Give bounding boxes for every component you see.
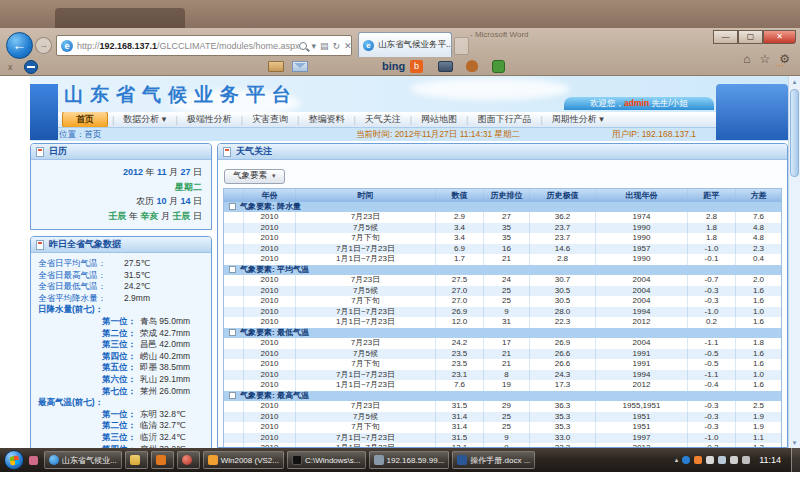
table-row[interactable]: 20101月1日~7月23日12.03122.320120.21.6 xyxy=(224,317,781,328)
cards-icon[interactable] xyxy=(268,61,284,72)
search-caret-icon[interactable]: ▾ xyxy=(311,41,316,51)
disp-tray-icon[interactable] xyxy=(718,456,726,464)
forward-button[interactable]: → xyxy=(35,37,52,54)
table-cell: 2010 xyxy=(244,433,296,444)
taskbar-button[interactable]: C:\Windows\s... xyxy=(287,451,366,469)
group-label: 气象要素: 最高气温 xyxy=(240,391,309,402)
bing-badge-icon[interactable]: b xyxy=(410,60,423,73)
minimize-button[interactable]: — xyxy=(713,30,738,44)
taskbar-button[interactable]: Win2008 (VS2... xyxy=(203,451,284,469)
back-button[interactable]: ← xyxy=(6,32,33,59)
taskbar-button[interactable]: 操作手册.docx ... xyxy=(452,451,535,469)
nav-item[interactable]: 极端性分析 xyxy=(178,113,241,126)
table-cell: 2010 xyxy=(244,296,296,307)
tray-expand-icon[interactable]: ▴ xyxy=(675,456,679,464)
calendar-text: 14 xyxy=(180,196,190,206)
table-group-row[interactable]: 气象要素: 最低气温 xyxy=(224,328,781,339)
lang-tray-icon[interactable] xyxy=(682,456,690,464)
table-row[interactable]: 20107月5候23.52126.61991-0.51.6 xyxy=(224,349,781,360)
group-checkbox[interactable] xyxy=(229,329,236,336)
puzzle-icon[interactable] xyxy=(492,60,505,73)
table-row[interactable]: 20107月23日2.92736.219742.87.6 xyxy=(224,212,781,223)
header-right-block xyxy=(716,84,788,140)
bird-tray-icon[interactable] xyxy=(694,456,702,464)
column-header[interactable]: 数值 xyxy=(436,189,484,202)
nav-item[interactable]: 周期性分析 ▾ xyxy=(543,113,613,126)
column-header[interactable]: 历史极值 xyxy=(530,189,596,202)
refresh-icon[interactable]: ↻ xyxy=(333,41,341,51)
table-row[interactable]: 20107月23日31.52936.31955,1951-0.32.5 xyxy=(224,401,781,412)
taskbar-button[interactable]: 192.168.59.99... xyxy=(369,451,450,469)
table-row[interactable]: 20107月1日~7月23日26.9928.01994-1.01.0 xyxy=(224,307,781,318)
table-row[interactable]: 20107月下旬23.52126.61991-0.51.6 xyxy=(224,359,781,370)
table-row[interactable]: 20107月5候3.43523.719901.84.8 xyxy=(224,223,781,234)
scrollbar-thumb[interactable] xyxy=(790,89,799,177)
taskbar-button[interactable] xyxy=(177,451,200,469)
table-row[interactable]: 20101月1日~7月23日1.7212.81990-0.10.4 xyxy=(224,254,781,265)
table-cell: 7.6 xyxy=(436,380,484,391)
table-row[interactable]: 20107月下旬27.02530.52004-0.31.6 xyxy=(224,296,781,307)
toolbar-close-icon[interactable]: x xyxy=(8,62,13,72)
nav-item[interactable]: 首页 xyxy=(62,112,108,127)
column-header[interactable]: 方差 xyxy=(736,189,781,202)
start-button[interactable] xyxy=(4,450,24,470)
group-checkbox[interactable] xyxy=(229,266,236,273)
blocked-icon[interactable] xyxy=(24,60,38,74)
table-cell: 31.4 xyxy=(436,422,484,433)
address-bar[interactable]: e http://192.168.137.1/GLCCLIMATE/module… xyxy=(56,35,352,56)
nav-item[interactable]: 图面下行产品 xyxy=(468,113,540,126)
table-group-row[interactable]: 气象要素: 平均气温 xyxy=(224,265,781,276)
favorites-icon[interactable]: ☆ xyxy=(759,52,770,66)
browser-tab[interactable]: e 山东省气候业务平... ✕ xyxy=(358,32,452,57)
column-header[interactable]: 时间 xyxy=(296,189,436,202)
vol-tray-icon[interactable] xyxy=(742,456,750,464)
column-header[interactable]: 年份 xyxy=(244,189,296,202)
column-header[interactable]: 出现年份 xyxy=(596,189,688,202)
table-row[interactable]: 20107月1日~7月23日31.5933.01997-1.01.1 xyxy=(224,433,781,444)
nav-item[interactable]: 灾害查询 xyxy=(243,113,297,126)
table-cell: 7月1日~7月23日 xyxy=(296,370,436,381)
show-desktop-button[interactable] xyxy=(791,448,800,472)
nav-item[interactable]: 整编资料 xyxy=(299,113,353,126)
nav-item[interactable]: 天气关注 xyxy=(356,113,410,126)
scroll-down-icon[interactable]: ▾ xyxy=(789,437,800,448)
table-row[interactable]: 20107月1日~7月23日23.1824.31994-1.11.0 xyxy=(224,370,781,381)
envelope-icon[interactable] xyxy=(292,61,308,72)
group-checkbox[interactable] xyxy=(229,392,236,399)
column-header[interactable]: 距平 xyxy=(688,189,736,202)
vertical-scrollbar[interactable]: ▴ ▾ xyxy=(788,76,800,448)
maximize-button[interactable]: ▢ xyxy=(738,30,763,44)
table-row[interactable]: 20107月5候31.42535.31951-0.31.9 xyxy=(224,412,781,423)
home-icon[interactable]: ⌂ xyxy=(743,52,750,66)
net-tray-icon[interactable] xyxy=(730,456,738,464)
flag-tray-icon[interactable] xyxy=(706,456,714,464)
page-icon[interactable]: ▤ xyxy=(320,41,329,51)
tools-icon[interactable]: ⚙ xyxy=(779,52,790,66)
table-row[interactable]: 20107月5候27.02530.52004-0.31.6 xyxy=(224,286,781,297)
close-button[interactable]: ✕ xyxy=(763,30,796,44)
table-row[interactable]: 20101月1日~7月23日7.61917.32012-0.41.6 xyxy=(224,380,781,391)
new-tab-button[interactable] xyxy=(454,37,469,55)
bing-logo[interactable]: bing xyxy=(382,60,405,72)
camera-icon[interactable] xyxy=(438,61,453,72)
group-checkbox[interactable] xyxy=(229,203,236,210)
pinned-app-icon[interactable] xyxy=(29,456,38,465)
table-group-row[interactable]: 气象要素: 最高气温 xyxy=(224,391,781,402)
nav-item[interactable]: 网站地图 xyxy=(412,113,466,126)
table-row[interactable]: 20107月1日~7月23日6.91614.61957-1.02.3 xyxy=(224,244,781,255)
nav-item[interactable]: 数据分析 ▾ xyxy=(114,113,175,126)
taskbar-button[interactable] xyxy=(151,451,174,469)
table-row[interactable]: 20107月下旬31.42535.31951-0.31.9 xyxy=(224,422,781,433)
table-row[interactable]: 20107月23日24.21726.92004-1.11.8 xyxy=(224,338,781,349)
taskbar-button[interactable]: 山东省气候业... xyxy=(44,451,122,469)
paw-icon[interactable] xyxy=(466,60,478,72)
column-header[interactable]: 历史排位 xyxy=(484,189,530,202)
scroll-up-icon[interactable]: ▴ xyxy=(789,76,800,87)
taskbar-button[interactable] xyxy=(125,451,148,469)
table-group-row[interactable]: 气象要素: 降水量 xyxy=(224,202,781,213)
stop-icon[interactable]: ✕ xyxy=(344,41,352,51)
element-filter-button[interactable]: 气象要素 ▾ xyxy=(224,169,285,184)
table-row[interactable]: 20107月下旬3.43523.719901.84.8 xyxy=(224,233,781,244)
table-row[interactable]: 20107月23日27.52430.72004-0.72.0 xyxy=(224,275,781,286)
search-icon[interactable] xyxy=(299,42,307,50)
